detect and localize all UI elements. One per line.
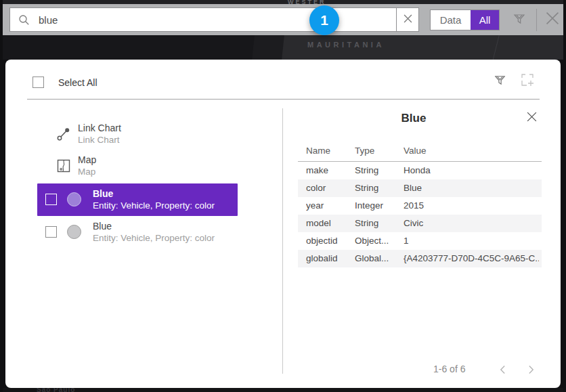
details-title: Blue [283,112,544,125]
map-label-mauritania: MAURITANIA [307,41,385,49]
link-chart-icon [56,127,71,141]
header-separator [27,99,540,100]
table-header: Name Type Value [298,141,542,162]
result-title: Blue [93,188,215,200]
callout-badge-1: 1 [309,5,339,35]
pagination: 1-6 of 6 [283,360,544,380]
cell-name: objectid [306,236,353,246]
pagination-next-button[interactable] [523,362,539,377]
column-header-name: Name [306,146,353,156]
results-filter-button[interactable] [492,73,508,89]
cell-name: model [306,218,353,228]
result-title: Link Chart [78,122,121,134]
search-input[interactable] [30,14,396,26]
search-toolbar: Data All [3,4,563,35]
close-x-icon [526,111,538,125]
table-row: year Integer 2015 [298,197,542,215]
column-header-type: Type [355,146,402,156]
result-row-map[interactable]: Map Map [37,150,238,182]
cell-name: color [306,183,353,193]
details-panel: Blue Name Type Value make String Honda [283,100,544,388]
entity-circle-icon [67,225,81,239]
map-country-border [492,35,500,60]
cell-value: 2015 [404,200,539,211]
result-title: Blue [93,220,215,232]
select-all-label: Select All [58,77,97,88]
cell-type: Global... [355,253,402,263]
search-icon [18,14,30,26]
app-window: WESTER MAURITANIA São Paulo Data All [0,0,566,392]
result-title: Map [78,154,96,166]
table-row: objectid Object... 1 [298,232,542,250]
attributes-table: Name Type Value make String Honda color … [298,141,542,267]
filter-funnel-icon [513,12,526,28]
pagination-label: 1-6 of 6 [433,364,465,374]
details-close-button[interactable] [525,112,538,124]
cell-value: Honda [404,165,539,175]
chevron-left-icon [500,365,506,374]
cell-type: String [355,165,402,175]
table-row: make String Honda [298,162,542,179]
map-icon [56,158,71,173]
clear-x-icon [404,14,412,26]
result-subtitle: Map [78,166,96,177]
column-header-value: Value [404,146,539,156]
cell-value: Blue [404,183,539,193]
toggle-option-data[interactable]: Data [431,10,471,30]
map-country-border [252,35,284,60]
table-row: model String Civic [298,215,542,232]
map-label-sao-paulo: São Paulo [37,388,75,392]
data-all-toggle: Data All [430,9,500,30]
result-subtitle: Entity: Vehicle, Property: color [93,232,215,244]
filter-button[interactable] [509,10,529,30]
cell-name: make [306,165,353,175]
table-row: color String Blue [298,179,542,197]
result-subtitle: Entity: Vehicle, Property: color [93,200,215,211]
map-land-region [3,35,255,60]
cell-name: globalid [306,253,353,263]
entity-circle-icon [67,192,81,206]
result-row-blue[interactable]: Blue Entity: Vehicle, Property: color [37,216,238,248]
cell-value: 1 [404,236,539,246]
search-results-panel: Select All Link Chart Link Chart [5,60,561,388]
table-row: globalid Global... {A4203777-D70D-4C5C-9… [298,250,542,267]
add-selection-icon [519,72,536,91]
cell-value: Civic [404,218,539,228]
map-background-bottom: São Paulo [3,388,563,392]
cell-type: Integer [355,200,402,211]
close-x-icon [544,9,561,30]
result-checkbox[interactable] [45,226,57,238]
result-row-link-chart[interactable]: Link Chart Link Chart [37,118,238,150]
close-search-button[interactable] [541,8,564,31]
pagination-prev-button[interactable] [494,362,510,377]
add-to-selection-button[interactable] [518,72,536,90]
cell-name: year [306,200,353,211]
chevron-right-icon [528,365,534,374]
toolbar-divider [536,9,537,31]
result-row-blue-selected[interactable]: Blue Entity: Vehicle, Property: color [37,183,238,216]
result-subtitle: Link Chart [78,134,121,146]
map-background-strip: MAURITANIA [3,35,563,60]
toggle-option-all[interactable]: All [471,10,499,30]
select-all-checkbox[interactable] [32,77,44,88]
cell-type: String [355,218,402,228]
cell-value: {A4203777-D70D-4C5C-9A65-C... [404,253,539,263]
result-checkbox[interactable] [45,194,57,205]
cell-type: String [355,183,402,193]
filter-funnel-icon [494,74,506,89]
clear-search-button[interactable] [396,7,419,32]
cell-type: Object... [355,236,402,246]
